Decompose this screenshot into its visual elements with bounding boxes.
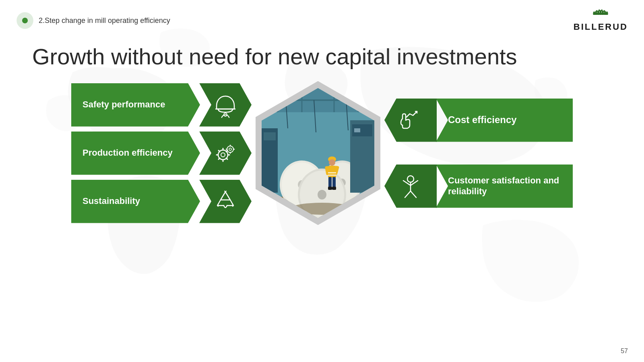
left-arrows: Safety performance xyxy=(71,83,252,223)
safety-label-block: Safety performance xyxy=(71,83,200,127)
safety-label: Safety performance xyxy=(83,99,165,110)
svg-line-80 xyxy=(411,181,418,185)
production-label: Production efficiency xyxy=(83,148,173,158)
sustainability-icon-block xyxy=(199,180,252,223)
customer-icon xyxy=(398,173,423,199)
production-icon-block xyxy=(199,132,252,175)
svg-point-60 xyxy=(290,203,354,215)
sustainability-item: Sustainability xyxy=(71,180,252,223)
customer-satisfaction-item: Customer satisfaction and reliability xyxy=(384,165,573,208)
hex-inner xyxy=(262,88,374,218)
svg-rect-68 xyxy=(328,187,332,190)
svg-rect-70 xyxy=(328,172,336,173)
svg-point-77 xyxy=(407,176,414,182)
helmet-icon xyxy=(213,92,238,118)
svg-rect-69 xyxy=(332,187,336,190)
center-hexagon xyxy=(256,81,380,225)
svg-line-32 xyxy=(219,158,220,159)
diagram-area: Safety performance xyxy=(0,77,644,229)
cost-icon-block xyxy=(384,99,437,142)
svg-line-81 xyxy=(405,191,411,197)
customer-label: Customer satisfaction and reliability xyxy=(448,175,565,197)
hex-outer xyxy=(256,81,380,225)
cost-icon xyxy=(398,107,423,133)
svg-point-62 xyxy=(329,159,335,166)
customer-icon-block xyxy=(384,165,437,208)
svg-line-82 xyxy=(411,191,416,197)
svg-line-29 xyxy=(219,150,220,152)
svg-rect-74 xyxy=(354,128,360,132)
svg-rect-71 xyxy=(328,175,336,176)
production-label-block: Production efficiency xyxy=(71,132,200,175)
sustainability-label-block: Sustainability xyxy=(71,180,200,223)
right-arrows: Cost efficiency xyxy=(384,99,573,208)
cost-label: Cost efficiency xyxy=(448,114,517,126)
factory-image xyxy=(262,88,374,218)
svg-point-34 xyxy=(229,148,231,150)
page-number: 57 xyxy=(621,348,628,355)
svg-line-30 xyxy=(226,158,227,159)
sustainability-label: Sustainability xyxy=(83,196,140,206)
gears-icon xyxy=(213,140,238,166)
production-efficiency-item: Production efficiency xyxy=(71,132,252,175)
safety-icon-block xyxy=(199,83,252,127)
customer-label-block: Customer satisfaction and reliability xyxy=(436,165,573,208)
cost-label-block: Cost efficiency xyxy=(436,99,573,142)
cost-efficiency-item: Cost efficiency xyxy=(384,99,573,142)
recycle-icon xyxy=(213,189,238,214)
svg-point-33 xyxy=(227,146,233,152)
svg-rect-76 xyxy=(264,132,276,140)
svg-point-59 xyxy=(318,190,326,200)
safety-performance-item: Safety performance xyxy=(71,83,252,127)
svg-rect-67 xyxy=(332,177,336,188)
svg-rect-66 xyxy=(328,177,332,188)
svg-line-79 xyxy=(403,181,411,185)
svg-point-24 xyxy=(221,153,225,157)
